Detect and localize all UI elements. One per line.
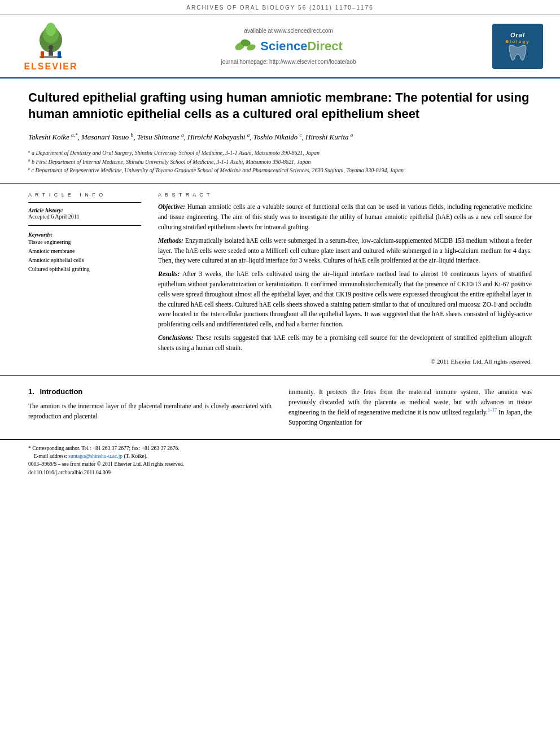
keyword-3: Amniotic epithelial cells	[28, 256, 141, 265]
svg-rect-8	[49, 50, 53, 55]
abstract-conclusions: Conclusions: These results suggested tha…	[158, 333, 532, 353]
copyright: © 2011 Elsevier Ltd. All rights reserved…	[158, 357, 532, 366]
elsevier-tree-icon	[28, 20, 73, 60]
results-label: Results:	[158, 270, 180, 277]
body-section: 1. Introduction The amnion is the innerm…	[0, 375, 560, 434]
article-info-label: A R T I C L E I N F O	[28, 192, 141, 198]
footer-corresponding: * Corresponding author. Tel.: +81 263 37…	[28, 444, 532, 452]
footer-section: * Corresponding author. Tel.: +81 263 37…	[0, 439, 560, 479]
journal-header: Archives of Oral Biology 56 (2011) 1170–…	[0, 0, 560, 15]
elsevier-label: ELSEVIER	[24, 62, 77, 72]
affiliation-a: a a Department of Dentistry and Oral Sur…	[28, 148, 532, 157]
title-section: Cultured epithelial grafting using human…	[0, 78, 560, 184]
abstract-results: Results: After 3 weeks, the hAE cells cu…	[158, 269, 532, 330]
accepted-date: Accepted 6 April 2011	[28, 213, 141, 220]
footer-issn: 0003–9969/$ – see front matter © 2011 El…	[28, 460, 532, 468]
elsevier-logo: ELSEVIER	[17, 20, 85, 72]
svg-point-3	[46, 23, 56, 36]
methods-label: Methods:	[158, 237, 183, 244]
oral-text: Oral	[510, 32, 525, 38]
email-link[interactable]: suntago@shinshu-u.ac.jp	[68, 453, 123, 459]
direct-text: Direct	[307, 39, 342, 53]
conclusions-text: These results suggested that hAE cells m…	[158, 334, 532, 351]
conclusions-label: Conclusions:	[158, 334, 194, 341]
keywords-label: Keywords:	[28, 231, 141, 238]
objective-text: Human amniotic cells are a valuable sour…	[158, 203, 532, 230]
body-left: 1. Introduction The amnion is the innerm…	[28, 387, 272, 428]
abstract-col: A B S T R A C T Objective: Human amnioti…	[158, 192, 532, 366]
center-logos: available at www.sciencedirect.com Scien…	[221, 28, 356, 65]
affiliation-c: c c Department of Regenerative Medicine,…	[28, 166, 532, 174]
body-right: immunity. It protects the fetus from the…	[288, 387, 532, 428]
intro-right-text: immunity. It protects the fetus from the…	[288, 387, 532, 428]
superscript-ref: 1–17	[488, 408, 497, 413]
article-info-abstract-section: A R T I C L E I N F O Article history: A…	[0, 184, 560, 375]
biology-text: Biology	[505, 39, 530, 44]
history-label: Article history:	[28, 207, 141, 213]
available-text: available at www.sciencedirect.com	[244, 28, 333, 34]
intro-left-text: The amnion is the innermost layer of the…	[28, 401, 272, 422]
keyword-1: Tissue engineering	[28, 238, 141, 247]
svg-rect-6	[58, 51, 61, 58]
methods-text: Enzymatically isolated hAE cells were su…	[158, 237, 532, 264]
sciencedirect-logo: ScienceDirect	[234, 38, 343, 54]
sciencedirect-text: ScienceDirect	[260, 39, 343, 54]
keywords-section: Keywords: Tissue engineering Amniotic me…	[28, 231, 141, 274]
authors-text: Takeshi Koike a,*, Masanari Yasuo b, Tet…	[28, 133, 353, 141]
keyword-4: Cultured epithelial grafting	[28, 265, 141, 274]
affiliations: a a Department of Dentistry and Oral Sur…	[28, 148, 532, 174]
abstract-label: A B S T R A C T	[158, 192, 532, 198]
svg-rect-5	[41, 51, 44, 58]
footer-email-line: E-mail address: suntago@shinshu-u.ac.jp …	[28, 452, 532, 460]
authors: Takeshi Koike a,*, Masanari Yasuo b, Tet…	[28, 130, 532, 143]
article-info-col: A R T I C L E I N F O Article history: A…	[28, 192, 141, 366]
section-number: 1.	[28, 387, 34, 396]
abstract-objective: Objective: Human amniotic cells are a va…	[158, 202, 532, 232]
keyword-2: Amniotic membrane	[28, 247, 141, 256]
homepage-text: journal homepage: http://www.elsevier.co…	[221, 59, 356, 65]
two-col-body: 1. Introduction The amnion is the innerm…	[28, 387, 532, 428]
divider	[28, 202, 141, 203]
oral-biology-logo: Oral Biology	[492, 24, 543, 69]
article-title: Cultured epithelial grafting using human…	[28, 90, 532, 122]
page: Archives of Oral Biology 56 (2011) 1170–…	[0, 0, 560, 479]
svg-point-7	[49, 45, 53, 50]
abstract-text: Objective: Human amniotic cells are a va…	[158, 202, 532, 366]
results-text: After 3 weeks, the hAE cells cultivated …	[158, 270, 532, 327]
objective-label: Objective:	[158, 203, 185, 210]
intro-title: Introduction	[40, 387, 82, 396]
journal-title: Archives of Oral Biology 56 (2011) 1170–…	[186, 5, 373, 11]
affiliation-b: b b First Department of Internal Medicin…	[28, 158, 532, 166]
intro-heading: 1. Introduction	[28, 387, 272, 396]
divider2	[28, 225, 141, 226]
logo-bar: ELSEVIER available at www.sciencedirect.…	[0, 15, 560, 78]
abstract-methods: Methods: Enzymatically isolated hAE cell…	[158, 236, 532, 266]
tooth-icon	[504, 44, 532, 61]
article-history: Article history: Accepted 6 April 2011	[28, 207, 141, 220]
sciencedirect-leaves-icon	[234, 38, 257, 54]
footer-doi: doi:10.1016/j.archoralbio.2011.04.009	[28, 469, 532, 477]
